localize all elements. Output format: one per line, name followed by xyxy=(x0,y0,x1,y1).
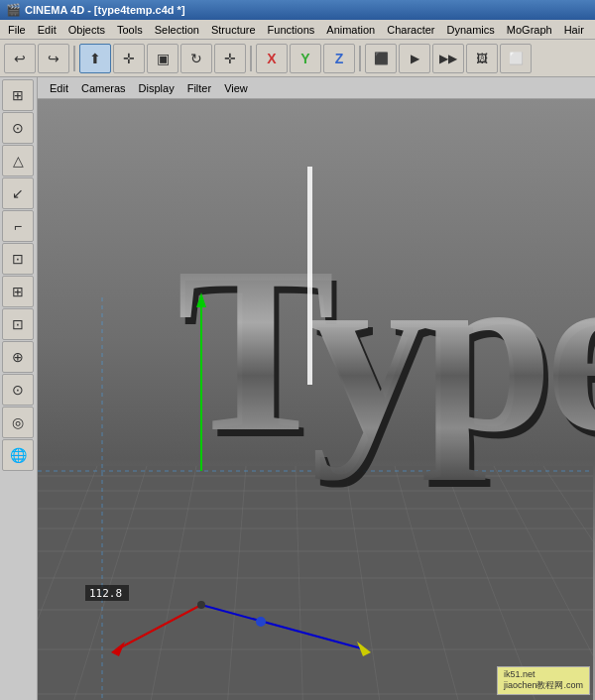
axis-x-button[interactable]: X xyxy=(256,44,288,73)
watermark-line1: ik51.net xyxy=(504,669,583,679)
menu-item-structure[interactable]: Structure xyxy=(205,22,262,38)
watermark: ik51.net jiaochen教程网.com xyxy=(497,666,590,695)
viewport-3d[interactable]: Type Type xyxy=(38,99,595,700)
menu-item-functions[interactable]: Functions xyxy=(262,22,321,38)
menu-item-objects[interactable]: Objects xyxy=(62,22,111,38)
vp-menu-cameras[interactable]: Cameras xyxy=(75,80,132,96)
axis-y-button[interactable]: Y xyxy=(290,44,321,73)
menu-bar: FileEditObjectsToolsSelectionStructureFu… xyxy=(0,20,595,40)
menu-item-animation[interactable]: Animation xyxy=(320,22,381,38)
rotate-tool-button[interactable]: ↻ xyxy=(180,44,212,73)
vp-menu-filter[interactable]: Filter xyxy=(181,80,217,96)
vp-menu-edit[interactable]: Edit xyxy=(44,80,74,96)
snap-mode-button[interactable]: ⊡ xyxy=(2,308,34,340)
paint-mode-button[interactable]: ⊙ xyxy=(2,374,34,406)
menu-item-hair[interactable]: Hair xyxy=(558,22,590,38)
selection-mode-button[interactable]: ⊕ xyxy=(2,341,34,373)
render-region-button[interactable]: ⬛ xyxy=(365,44,397,73)
toolbar-sep-2 xyxy=(250,46,252,71)
cube-primitive-button[interactable]: ⬜ xyxy=(500,44,532,73)
move-tool-2-button[interactable]: ✛ xyxy=(214,44,246,73)
redo-button[interactable]: ↪ xyxy=(38,44,69,73)
title-bar-text: CINEMA 4D - [type4temp.c4d *] xyxy=(25,4,185,16)
undo-button[interactable]: ↩ xyxy=(4,44,36,73)
render-active-button[interactable]: ▶ xyxy=(399,44,430,73)
scale-tool-button[interactable]: ▣ xyxy=(147,44,178,73)
edit-render-settings-button[interactable]: 🖼 xyxy=(466,44,498,73)
axis-z-button[interactable]: Z xyxy=(323,44,355,73)
menu-item-dynamics[interactable]: Dynamics xyxy=(441,22,501,38)
menu-item-mograph[interactable]: MoGraph xyxy=(501,22,558,38)
floor-base xyxy=(38,466,593,700)
left-sidebar: ⊞⊙△↙⌐⊡⊞⊡⊕⊙◎🌐 xyxy=(0,77,38,700)
cursor-bar xyxy=(307,167,312,385)
texture-mode-button[interactable]: ⊞ xyxy=(2,276,34,307)
object-mode-button[interactable]: ⊡ xyxy=(2,243,34,275)
text-3d-main: Type xyxy=(177,217,595,481)
edge-mode-button[interactable]: ↙ xyxy=(2,177,34,209)
title-bar-icon: 🎬 xyxy=(6,3,21,17)
axis-z-dot xyxy=(256,617,266,627)
layout: ⊞⊙△↙⌐⊡⊞⊡⊕⊙◎🌐 EditCamerasDisplayFilterVie… xyxy=(0,77,595,700)
viewport-area: EditCamerasDisplayFilterView xyxy=(38,77,595,700)
viewport-toolbar: EditCamerasDisplayFilterView xyxy=(38,77,595,99)
menu-item-selection[interactable]: Selection xyxy=(149,22,205,38)
toolbar-sep-3 xyxy=(359,46,361,71)
menu-item-tools[interactable]: Tools xyxy=(111,22,149,38)
layout-mode-button[interactable]: ⊞ xyxy=(2,79,34,111)
menu-item-character[interactable]: Character xyxy=(381,22,440,38)
menu-item-edit[interactable]: Edit xyxy=(32,22,62,38)
render-all-button[interactable]: ▶▶ xyxy=(432,44,464,73)
point-mode-button[interactable]: ⌐ xyxy=(2,210,34,242)
vp-menu-view[interactable]: View xyxy=(218,80,254,96)
cursor-tool-button[interactable]: ⬆ xyxy=(79,44,111,73)
main-toolbar: ↩↪⬆✛▣↻✛XYZ⬛▶▶▶🖼⬜ xyxy=(0,40,595,77)
viewport-svg: Type Type xyxy=(38,99,595,700)
toolbar-sep-1 xyxy=(73,46,75,71)
title-bar: 🎬 CINEMA 4D - [type4temp.c4d *] xyxy=(0,0,595,20)
move-tool-button[interactable]: ✛ xyxy=(113,44,145,73)
measure-text: 112.8 xyxy=(89,587,122,600)
polygon-mode-button[interactable]: △ xyxy=(2,145,34,176)
sculpt-mode-button[interactable]: ◎ xyxy=(2,407,34,438)
watermark-line2: jiaochen教程网.com xyxy=(504,679,583,692)
axis-origin xyxy=(197,601,205,609)
vp-menu-display[interactable]: Display xyxy=(133,80,180,96)
viewport-shading-button[interactable]: 🌐 xyxy=(2,439,34,471)
camera-mode-button[interactable]: ⊙ xyxy=(2,112,34,144)
menu-item-file[interactable]: File xyxy=(2,22,32,38)
